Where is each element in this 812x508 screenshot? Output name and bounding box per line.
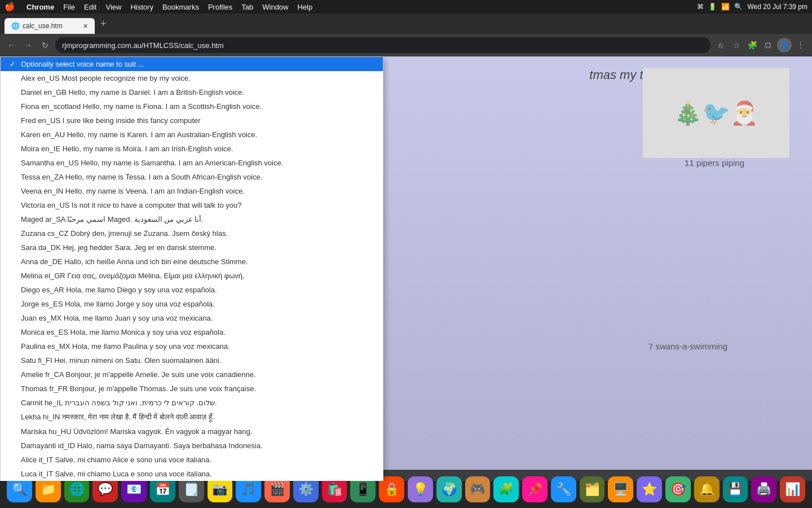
dock-icon-14[interactable]: 💡 — [408, 476, 433, 502]
dropdown-item-victoria[interactable]: Victoria en_US Is not it nice to have a … — [1, 198, 383, 212]
dropdown-item-text: Amelie fr_CA Bonjour, je m'appelle Ameli… — [21, 370, 256, 379]
dropdown-item-text: Alex en_US Most people recognize me by m… — [21, 74, 191, 82]
tab-label: calc_use.htm — [23, 22, 63, 30]
dropdown-item-paulina[interactable]: Paulina es_MX Hola, me llamo Paulina y s… — [1, 339, 383, 353]
dock-icon-25[interactable]: 💾 — [723, 476, 748, 502]
search-icon[interactable]: 🔍 — [734, 3, 743, 11]
dock-icon-21[interactable]: 🖥️ — [608, 476, 633, 502]
menu-profiles[interactable]: Profiles — [208, 3, 232, 11]
window-button[interactable]: ⊡ — [761, 38, 775, 52]
pipers-text: 11 pipers piping — [685, 158, 744, 168]
dropdown-item-fiona[interactable]: Fiona en_scotland Hello, my name is Fion… — [1, 99, 383, 113]
menu-bar-right: ⌘ 🔋 📶 🔍 Wed 20 Jul 7:39 pm — [697, 3, 807, 11]
extensions-button[interactable]: 🧩 — [745, 38, 759, 52]
dropdown-item-luca[interactable]: Luca it_IT Salve, mi chiamo Luca e sono … — [1, 467, 383, 481]
dropdown-item-karen[interactable]: Karen en_AU Hello, my name is Karen. I a… — [1, 128, 383, 142]
menu-bar: 🍎 Chrome File Edit View History Bookmark… — [0, 0, 812, 14]
dock-icon-26[interactable]: 🖨️ — [751, 476, 776, 502]
profile-button[interactable]: 👤 — [777, 38, 792, 52]
datetime: Wed 20 Jul 7:39 pm — [747, 3, 807, 11]
menu-view[interactable]: View — [105, 3, 121, 11]
dock-icon-15[interactable]: 🌍 — [436, 476, 462, 502]
menu-file[interactable]: File — [63, 3, 75, 11]
dock-icon-19[interactable]: 🔧 — [551, 476, 576, 502]
dropdown-item-text: Tessa en_ZA Hello, my name is Tessa. I a… — [21, 173, 262, 181]
menu-tab[interactable]: Tab — [241, 3, 253, 11]
dock-icon-22[interactable]: ⭐ — [637, 476, 662, 502]
active-tab[interactable]: 🌐 calc_use.htm ✕ — [5, 18, 95, 34]
dropdown-item-text: Maged ar_SA اسمي مرحبًا Maged. أنا عربي … — [21, 215, 204, 224]
dropdown-item-veena[interactable]: Veena en_IN Hello, my name is Veena. I a… — [1, 184, 383, 198]
menu-history[interactable]: History — [130, 3, 153, 11]
dropdown-item-maged[interactable]: Maged ar_SA اسمي مرحبًا Maged. أنا عربي … — [1, 212, 383, 226]
menu-help[interactable]: Help — [298, 3, 313, 11]
dropdown-item-anna[interactable]: Anna de_DE Hallo, ich heiße Anna und ich… — [1, 255, 383, 269]
dropdown-item-fred[interactable]: Fred en_US I sure like being inside this… — [1, 113, 383, 128]
dropdown-item-text: Fred en_US I sure like being inside this… — [21, 116, 201, 125]
dropdown-item-text: Veena en_IN Hello, my name is Veena. I a… — [21, 187, 245, 195]
back-button[interactable]: ← — [5, 38, 18, 52]
dropdown-item-lekha[interactable]: Lekha hi_IN नमस्कार, मेरा नाम लेखा है. म… — [1, 410, 383, 424]
menu-edit[interactable]: Edit — [84, 3, 96, 11]
tab-favicon: 🌐 — [11, 22, 19, 30]
bookmark-button[interactable]: ☆ — [730, 38, 743, 52]
menu-button[interactable]: ⋮ — [794, 38, 807, 52]
dropdown-item-text: Mariska hu_HU Üdvözlöm! Mariska vagyok. … — [21, 427, 252, 436]
dropdown-item-text: Monica es_ES Hola, me llamo Monica y soy… — [21, 328, 226, 336]
tab-close-button[interactable]: ✕ — [83, 23, 88, 30]
new-tab-button[interactable]: + — [96, 18, 111, 30]
address-input[interactable] — [55, 37, 710, 53]
dropdown-item-thomas[interactable]: Thomas fr_FR Bonjour, je m'appelle Thoma… — [1, 382, 383, 396]
dropdown-item-mariska[interactable]: Mariska hu_HU Üdvözlöm! Mariska vagyok. … — [1, 424, 383, 439]
dropdown-item-diego[interactable]: Diego es_AR Hola, me llamo Diego y soy u… — [1, 283, 383, 297]
dropdown-item-text: Moira en_IE Hello, my name is Moira. I a… — [21, 144, 233, 153]
dropdown-item-zuzana[interactable]: Zuzana cs_CZ Dobrý den, jmenuji se Zuzan… — [1, 226, 383, 240]
dropdown-item-alice[interactable]: Alice it_IT Salve, mi chiamo Alice e son… — [1, 453, 383, 467]
dropdown-item-text: Paulina es_MX Hola, me llamo Paulina y s… — [21, 342, 230, 351]
dropdown-item-text: Juan es_MX Hola, me llamo Juan y soy una… — [21, 314, 213, 322]
dropdown-item-selected[interactable]: ✓Optionally select voice name to suit ..… — [1, 57, 383, 71]
dropdown-item-jorge[interactable]: Jorge es_ES Hola, me llamo Jorge y soy u… — [1, 297, 383, 311]
dropdown-item-text: Karen en_AU Hello, my name is Karen. I a… — [21, 130, 257, 139]
address-bar: ← → ↻ ⎋ ☆ 🧩 ⊡ 👤 ⋮ — [0, 34, 812, 56]
apple-menu-icon[interactable]: 🍎 — [5, 2, 15, 12]
dock-icon-16[interactable]: 🎮 — [465, 476, 491, 502]
menu-window[interactable]: Window — [262, 3, 288, 11]
dropdown-item-text: Diego es_AR Hola, me llamo Diego y soy u… — [21, 286, 217, 294]
dropdown-item-carmit[interactable]: Carmit he_IL שלום. קוראים לי כרמית, ואני… — [1, 396, 383, 410]
dropdown-item-amelie[interactable]: Amelie fr_CA Bonjour, je m'appelle Ameli… — [1, 367, 383, 382]
decoration-icon: 🎄🐦🎅 — [674, 100, 758, 126]
dock-icon-18[interactable]: 📌 — [522, 476, 548, 502]
share-button[interactable]: ⎋ — [714, 38, 727, 52]
dock-icon-24[interactable]: 🔔 — [694, 476, 720, 502]
dropdown-item-monica[interactable]: Monica es_ES Hola, me llamo Monica y soy… — [1, 325, 383, 339]
dock-icon-23[interactable]: 🎯 — [665, 476, 691, 502]
dropdown-item-text: Zuzana cs_CZ Dobrý den, jmenuji se Zuzan… — [21, 229, 228, 238]
dropdown-item-juan[interactable]: Juan es_MX Hola, me llamo Juan y soy una… — [1, 311, 383, 325]
dropdown-item-text: Satu fi_FI Hei, minun nimeni on Satu. Ol… — [21, 356, 222, 365]
dropdown-item-text: Carmit he_IL שלום. קוראים לי כרמית, ואני… — [21, 398, 217, 407]
page-content: tmas my true love gave to me: 🎄🐦🎅 11 pip… — [0, 56, 812, 481]
dropdown-item-sara[interactable]: Sara da_DK Hej, jeg hedder Sara. Jeg er … — [1, 240, 383, 255]
dropdown-item-melina[interactable]: Melina el_GR Γεια σας, ονομάζομαι Melina… — [1, 269, 383, 283]
dropdown-item-daniel[interactable]: Daniel en_GB Hello, my name is Daniel. I… — [1, 85, 383, 99]
dropdown-item-tessa[interactable]: Tessa en_ZA Hello, my name is Tessa. I a… — [1, 170, 383, 184]
dock-icon-17[interactable]: 🧩 — [493, 476, 519, 502]
menu-chrome[interactable]: Chrome — [27, 3, 54, 11]
voice-dropdown[interactable]: ✓Optionally select voice name to suit ..… — [0, 56, 383, 481]
menu-bookmarks[interactable]: Bookmarks — [162, 3, 199, 11]
bluetooth-icon: ⌘ — [697, 3, 704, 11]
dock-icon-20[interactable]: 🗂️ — [580, 476, 605, 502]
swans-text: 7 swans-a-swimming — [648, 341, 727, 351]
dropdown-item-moira[interactable]: Moira en_IE Hello, my name is Moira. I a… — [1, 142, 383, 156]
tab-bar: 🌐 calc_use.htm ✕ + — [0, 14, 812, 34]
reload-button[interactable]: ↻ — [38, 38, 52, 52]
forward-button[interactable]: → — [21, 38, 35, 52]
dropdown-item-satu[interactable]: Satu fi_FI Hei, minun nimeni on Satu. Ol… — [1, 353, 383, 367]
dock-icon-27[interactable]: 📊 — [780, 476, 805, 502]
dropdown-item-text: Lekha hi_IN नमस्कार, मेरा नाम लेखा है. म… — [21, 413, 214, 422]
dropdown-item-alex[interactable]: Alex en_US Most people recognize me by m… — [1, 71, 383, 85]
dropdown-item-damayanti[interactable]: Damayanti id_ID Halo, nama saya Damayant… — [1, 439, 383, 453]
dropdown-item-samantha[interactable]: Samantha en_US Hello, my name is Samanth… — [1, 156, 383, 170]
dropdown-item-text: Victoria en_US Is not it nice to have a … — [21, 201, 241, 209]
